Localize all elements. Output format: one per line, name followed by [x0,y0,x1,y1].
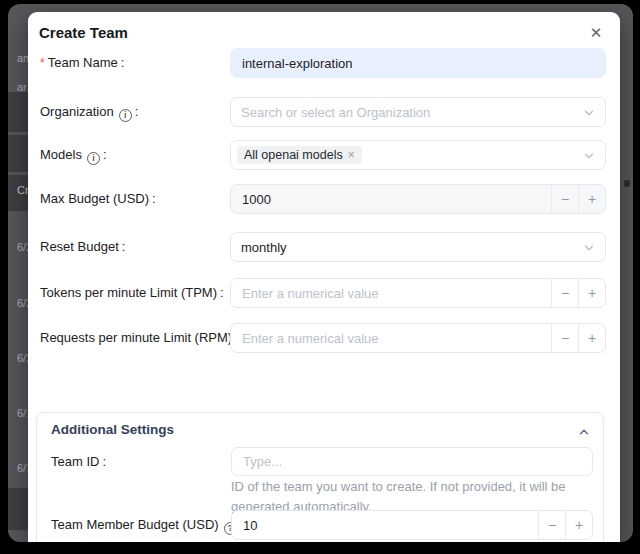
reset-budget-label: Reset Budget: [40,232,228,262]
member-budget-row: Team Member Budget (USD)?: − + [37,510,603,540]
member-budget-label: Team Member Budget (USD)?: [51,510,229,540]
background-table-row [8,135,30,172]
max-budget-input[interactable] [231,185,551,213]
tpm-row: Tokens per minute Limit (TPM): − + [28,278,620,308]
team-name-label: *Team Name: [40,48,228,78]
reset-budget-select[interactable]: monthly [230,232,606,262]
modal-title: Create Team [39,24,128,41]
plus-icon: + [575,517,583,533]
selected-model-tag: All openai models × [237,146,362,164]
screen: am ar Cr 6/2 6/2 6/2 6/1 6/1 Create Team… [0,0,640,554]
max-budget-row: Max Budget (USD): − + [28,184,620,214]
team-id-label: Team ID: [51,447,229,476]
minus-icon: − [561,330,569,346]
minus-icon: − [548,517,556,533]
tpm-input[interactable] [231,279,551,307]
team-name-row: *Team Name: [28,48,620,78]
decrement-button[interactable]: − [551,324,578,352]
tpm-label: Tokens per minute Limit (TPM): [40,278,228,308]
chevron-down-icon [583,150,595,165]
decrement-button[interactable]: − [551,279,578,307]
increment-button[interactable]: + [578,324,605,352]
reset-budget-row: Reset Budget: monthly [28,232,620,262]
reset-budget-value: monthly [241,240,287,255]
close-button[interactable]: ✕ [585,22,607,44]
team-name-input[interactable] [230,48,606,78]
info-icon[interactable]: i [87,152,100,165]
close-icon: ✕ [590,24,603,42]
background-table-row [8,488,30,530]
minus-icon: − [561,191,569,207]
minus-icon: − [561,285,569,301]
max-budget-label: Max Budget (USD): [40,184,228,214]
selected-model-tag-label: All openai models [244,148,343,162]
chevron-down-icon [583,242,595,257]
team-id-row: Team ID: [37,447,603,476]
rpm-number-input: − + [230,323,606,353]
increment-button[interactable]: + [578,185,605,213]
tpm-number-input: − + [230,278,606,308]
chevron-up-icon[interactable] [578,424,590,442]
tag-remove-icon[interactable]: × [348,148,355,162]
additional-settings-title: Additional Settings [51,422,174,437]
team-id-input[interactable] [231,447,593,476]
create-team-modal: Create Team ✕ *Team Name: Organizationi: [28,12,620,542]
organization-row: Organizationi: Search or select an Organ… [28,97,620,127]
rpm-input[interactable] [231,324,551,352]
background-table-row [8,92,30,132]
chevron-down-icon [583,107,595,122]
required-mark: * [40,56,45,70]
plus-icon: + [588,191,596,207]
decrement-button[interactable]: − [538,511,565,539]
max-budget-number-input: − + [230,184,606,214]
organization-label: Organizationi: [40,97,228,127]
increment-button[interactable]: + [565,511,592,539]
additional-settings-panel[interactable]: Additional Settings Team ID: ID of the t… [36,412,604,542]
organization-placeholder: Search or select an Organization [241,105,430,120]
decrement-button[interactable]: − [551,185,578,213]
info-icon[interactable]: i [119,109,132,122]
plus-icon: + [588,285,596,301]
member-budget-number-input: − + [231,510,593,540]
increment-button[interactable]: + [578,279,605,307]
rpm-row: Requests per minute Limit (RPM): − + [28,323,620,353]
plus-icon: + [588,330,596,346]
organization-select[interactable]: Search or select an Organization [230,97,606,127]
rpm-label: Requests per minute Limit (RPM): [40,323,228,353]
member-budget-input[interactable] [232,511,538,539]
models-multiselect[interactable]: All openai models × [230,140,606,170]
background-window: am ar Cr 6/2 6/2 6/2 6/1 6/1 Create Team… [8,4,633,542]
models-label: Modelsi: [40,140,228,170]
background-artifact [624,180,630,187]
models-row: Modelsi: All openai models × [28,140,620,170]
